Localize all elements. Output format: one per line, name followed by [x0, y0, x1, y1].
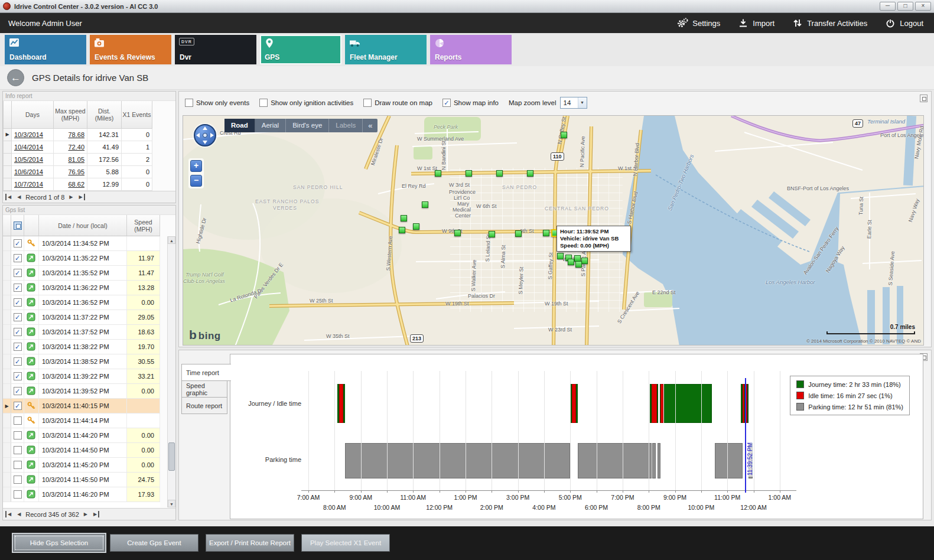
pager-prev-button[interactable]: ◀	[16, 194, 22, 200]
max-speed-link[interactable]: 72.40	[54, 141, 87, 153]
info-report-row[interactable]: 10/4/201472.4041.491	[4, 141, 152, 153]
map-option-1[interactable]: Show only ignition activities	[259, 99, 353, 107]
row-checkbox[interactable]: ✓	[14, 372, 22, 380]
gps-list-row[interactable]: ✓10/3/2014 11:35:22 PM11.97	[3, 251, 160, 266]
gps-marker[interactable]	[581, 258, 588, 264]
gps-list-row[interactable]: ✓10/3/2014 11:36:22 PM13.28	[3, 281, 160, 295]
row-checkbox[interactable]	[14, 461, 22, 469]
map-view-tab[interactable]: Labels	[329, 119, 363, 132]
gps-marker[interactable]	[543, 230, 549, 236]
day-link[interactable]: 10/3/2014	[12, 128, 54, 141]
max-speed-link[interactable]: 68.62	[54, 178, 87, 190]
gps-list-row[interactable]: 10/3/2014 11:45:50 PM24.75	[3, 473, 160, 487]
chart-tab[interactable]: Route report	[181, 397, 227, 414]
import-button[interactable]: Import	[738, 18, 774, 28]
tab-reports[interactable]: Reports	[430, 35, 512, 64]
gps-list-row[interactable]: 10/3/2014 11:45:20 PM0.00	[3, 458, 160, 473]
info-report-row[interactable]: 10/7/201468.6212.990	[4, 178, 152, 190]
col-datetime[interactable]: Date / hour (local)	[39, 215, 127, 236]
gps-list-row[interactable]: ✓10/3/2014 11:38:22 PM19.70	[3, 340, 160, 354]
row-checkbox[interactable]	[14, 416, 22, 425]
gps-marker[interactable]	[401, 215, 407, 222]
tab-events[interactable]: Events & Reviews	[90, 35, 171, 64]
map-option-checkbox[interactable]	[259, 99, 268, 107]
day-link[interactable]: 10/5/2014	[12, 153, 54, 165]
max-speed-link[interactable]: 78.68	[54, 128, 87, 141]
scroll-down-icon[interactable]: ▼	[168, 500, 175, 507]
gps-list-row[interactable]: 10/3/2014 11:44:20 PM0.00	[3, 428, 160, 443]
gps-list-row[interactable]: 10/3/2014 11:44:50 PM0.00	[3, 443, 160, 458]
row-checkbox[interactable]: ✓	[14, 269, 22, 277]
map-option-checkbox[interactable]	[185, 99, 193, 107]
chart-tab[interactable]: Speed graphic	[181, 380, 227, 398]
minimize-button[interactable]: ─	[880, 2, 896, 11]
gps-list-row[interactable]: ✓10/3/2014 11:39:22 PM33.21	[3, 369, 160, 384]
row-checkbox[interactable]: ✓	[14, 402, 22, 410]
gps-list-scrollbar[interactable]: ▲ ▼	[167, 236, 175, 507]
gps-marker[interactable]	[575, 261, 582, 268]
map-bar-collapse-icon[interactable]: «	[363, 121, 377, 130]
gps-list-row[interactable]: ✓10/3/2014 11:34:52 PM	[3, 236, 160, 251]
gps-list-row[interactable]: ✓10/3/2014 11:37:22 PM29.05	[3, 310, 160, 325]
gps-list-row[interactable]: ✓10/3/2014 11:36:52 PM0.00	[3, 295, 160, 310]
row-checkbox[interactable]: ✓	[14, 298, 22, 307]
gps-list-row[interactable]: ✓10/3/2014 11:35:52 PM11.47	[3, 266, 160, 281]
col-max-speed[interactable]: Max speed (MPH)	[54, 101, 87, 128]
gps-marker[interactable]	[557, 253, 564, 259]
row-checkbox[interactable]: ✓	[14, 343, 22, 351]
col-dist[interactable]: Dist. (Miles)	[87, 101, 122, 128]
pager-next-button[interactable]: ▶	[83, 511, 89, 517]
pager-prev-button[interactable]: ◀	[16, 511, 22, 517]
settings-button[interactable]: Settings	[676, 18, 720, 28]
gps-marker[interactable]	[568, 259, 574, 265]
select-all-header[interactable]	[11, 215, 24, 236]
gps-marker[interactable]	[435, 170, 441, 177]
info-report-row[interactable]: 10/5/201481.05172.562	[4, 153, 152, 165]
map-compass-control[interactable]	[191, 122, 219, 149]
gps-marker[interactable]	[561, 132, 567, 138]
row-checkbox[interactable]: ✓	[14, 313, 22, 321]
row-checkbox[interactable]	[14, 431, 22, 439]
play-selected-x1-event-button[interactable]: Play Selected X1 Event	[301, 534, 390, 552]
gps-marker[interactable]	[489, 231, 495, 237]
pager-last-button[interactable]: ▶	[78, 194, 85, 200]
gps-marker[interactable]	[466, 170, 472, 177]
gps-marker[interactable]	[496, 170, 503, 177]
info-report-row[interactable]: 10/6/201476.955.880	[4, 165, 152, 178]
map-option-3[interactable]: ✓Show map info	[442, 99, 499, 107]
col-x1-events[interactable]: X1 Events	[122, 101, 152, 128]
row-checkbox[interactable]: ✓	[14, 328, 22, 336]
gps-list-row[interactable]: ✓10/3/2014 11:38:52 PM30.55	[3, 354, 160, 369]
map-option-0[interactable]: Show only events	[185, 99, 249, 107]
map-view-tab[interactable]: Bird's eye	[286, 119, 329, 132]
day-link[interactable]: 10/4/2014	[12, 141, 54, 153]
day-link[interactable]: 10/6/2014	[12, 165, 54, 178]
tab-dashboard[interactable]: Dashboard	[5, 35, 86, 64]
gps-marker[interactable]	[454, 230, 461, 236]
row-checkbox[interactable]	[14, 446, 22, 454]
zoom-out-button[interactable]: −	[190, 175, 202, 187]
gps-list-row[interactable]: 10/3/2014 11:44:14 PM	[3, 414, 160, 428]
row-checkbox[interactable]	[14, 490, 22, 499]
export-print-route-report-button[interactable]: Export / Print Route Report	[206, 534, 294, 552]
create-gps-event-button[interactable]: Create Gps Event	[110, 534, 198, 552]
pager-last-button[interactable]: ▶	[92, 511, 99, 517]
zoom-in-button[interactable]: +	[190, 160, 202, 172]
map-view-tab[interactable]: Aerial	[255, 119, 286, 132]
map-option-2[interactable]: Draw route on map	[363, 99, 432, 107]
info-report-row[interactable]: ▶10/3/201478.68142.310	[4, 128, 152, 141]
gps-list-row[interactable]: ✓10/3/2014 11:39:52 PM0.00	[3, 384, 160, 399]
map-view-tab[interactable]: Road	[224, 119, 255, 132]
gps-marker[interactable]	[422, 201, 428, 208]
row-checkbox[interactable]: ✓	[14, 239, 22, 248]
tab-fleet[interactable]: Fleet Manager	[345, 35, 427, 64]
max-speed-link[interactable]: 76.95	[54, 165, 87, 178]
tab-gps[interactable]: GPS	[260, 35, 341, 64]
close-button[interactable]: ×	[915, 2, 931, 11]
bing-logo[interactable]: b bing	[189, 328, 221, 342]
gps-list-row[interactable]: 10/3/2014 11:46:20 PM17.93	[3, 487, 160, 502]
map-collapse-button[interactable]	[920, 95, 928, 102]
row-checkbox[interactable]: ✓	[14, 254, 22, 262]
map-zoom-select[interactable]: 14 ▼	[560, 97, 587, 109]
day-link[interactable]: 10/7/2014	[12, 178, 54, 190]
